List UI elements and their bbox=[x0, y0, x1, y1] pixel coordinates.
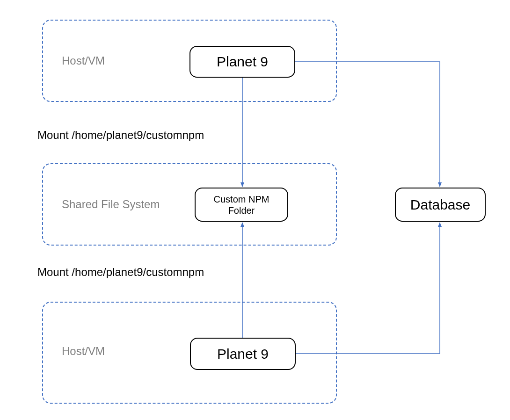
node-planet9-top: Planet 9 bbox=[189, 46, 295, 78]
group-host-vm-bottom-label: Host/VM bbox=[62, 345, 105, 358]
node-database-label: Database bbox=[410, 197, 470, 213]
group-shared-file-system-label: Shared File System bbox=[62, 198, 160, 211]
node-database: Database bbox=[395, 188, 486, 222]
group-host-vm-top-label: Host/VM bbox=[62, 54, 105, 67]
edge-label-mount-top: Mount /home/planet9/customnpm bbox=[37, 129, 204, 142]
node-custom-npm-folder-label-line1: Custom NPM bbox=[214, 194, 270, 204]
node-planet9-bottom-label: Planet 9 bbox=[217, 346, 269, 362]
node-custom-npm-folder: Custom NPM Folder bbox=[195, 188, 288, 222]
node-custom-npm-folder-label: Custom NPM Folder bbox=[214, 194, 270, 216]
group-shared-file-system: Shared File System bbox=[42, 163, 337, 246]
node-custom-npm-folder-label-line2: Folder bbox=[228, 205, 255, 216]
node-planet9-bottom: Planet 9 bbox=[190, 338, 296, 370]
node-planet9-top-label: Planet 9 bbox=[217, 54, 268, 70]
edge-label-mount-bottom: Mount /home/planet9/customnpm bbox=[37, 266, 204, 279]
